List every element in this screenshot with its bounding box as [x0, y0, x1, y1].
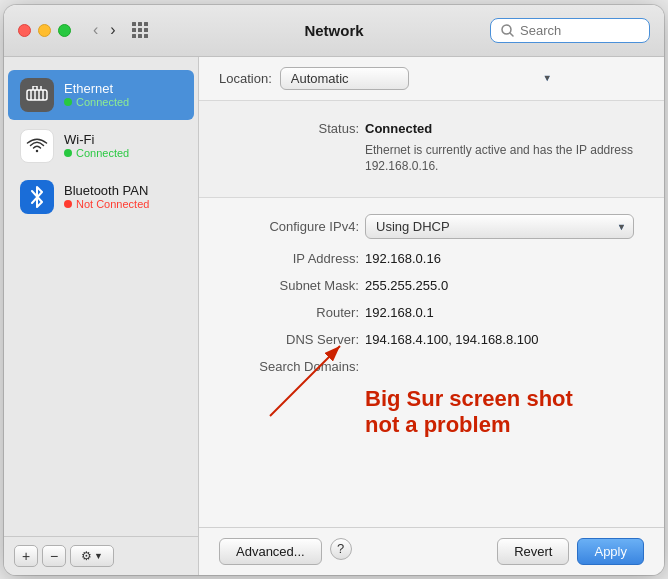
wifi-icon: [20, 129, 54, 163]
ethernet-status-dot: [64, 98, 72, 106]
search-domains-row: Search Domains:: [229, 359, 634, 374]
app-grid-icon[interactable]: [132, 22, 148, 38]
config-section: Configure IPv4: Using DHCP Manually Off …: [199, 198, 664, 526]
bluetooth-status: Not Connected: [64, 198, 149, 210]
add-network-button[interactable]: +: [14, 545, 38, 567]
back-arrow[interactable]: ‹: [89, 19, 102, 41]
window-title: Network: [304, 22, 363, 39]
configure-ipv4-row: Configure IPv4: Using DHCP Manually Off …: [229, 214, 634, 239]
dns-row: DNS Server: 194.168.4.100, 194.168.8.100: [229, 332, 634, 347]
search-input[interactable]: [520, 23, 639, 38]
close-button[interactable]: [18, 24, 31, 37]
advanced-button[interactable]: Advanced...: [219, 538, 322, 565]
router-value: 192.168.0.1: [365, 305, 434, 320]
svg-line-1: [510, 33, 513, 36]
svg-rect-2: [27, 90, 47, 100]
search-domains-label: Search Domains:: [229, 359, 359, 374]
bottom-bar: Advanced... ? Revert Apply: [199, 527, 664, 575]
help-button[interactable]: ?: [330, 538, 352, 560]
configure-ipv4-select[interactable]: Using DHCP Manually Off: [365, 214, 634, 239]
ip-label: IP Address:: [229, 251, 359, 266]
titlebar: ‹ › Network: [4, 5, 664, 57]
wifi-status: Connected: [64, 147, 129, 159]
right-panel: Location: Automatic Edit Locations... ▼ …: [199, 57, 664, 575]
status-desc-row: Ethernet is currently active and has the…: [229, 142, 634, 176]
apply-button[interactable]: Apply: [577, 538, 644, 565]
status-label: Status:: [229, 121, 359, 136]
revert-button[interactable]: Revert: [497, 538, 569, 565]
gear-button[interactable]: ⚙ ▼: [70, 545, 114, 567]
location-select[interactable]: Automatic Edit Locations...: [280, 67, 409, 90]
bluetooth-status-dot: [64, 200, 72, 208]
dns-value: 194.168.4.100, 194.168.8.100: [365, 332, 539, 347]
router-row: Router: 192.168.0.1: [229, 305, 634, 320]
bottom-right: Revert Apply: [497, 538, 644, 565]
ip-address-row: IP Address: 192.168.0.16: [229, 251, 634, 266]
subnet-mask-row: Subnet Mask: 255.255.255.0: [229, 278, 634, 293]
maximize-button[interactable]: [58, 24, 71, 37]
sidebar-item-ethernet[interactable]: Ethernet Connected: [8, 70, 194, 120]
nav-arrows: ‹ ›: [89, 19, 120, 41]
bluetooth-info: Bluetooth PAN Not Connected: [64, 183, 149, 210]
subnet-label: Subnet Mask:: [229, 278, 359, 293]
search-icon: [501, 24, 514, 37]
forward-arrow[interactable]: ›: [106, 19, 119, 41]
ethernet-status: Connected: [64, 96, 129, 108]
minimize-button[interactable]: [38, 24, 51, 37]
detail-wrapper: Status: Connected Ethernet is currently …: [199, 101, 664, 575]
ethernet-name: Ethernet: [64, 81, 129, 96]
ethernet-info: Ethernet Connected: [64, 81, 129, 108]
status-row: Status: Connected: [229, 121, 634, 136]
wifi-name: Wi-Fi: [64, 132, 129, 147]
svg-line-13: [270, 346, 340, 416]
annotation-text: Big Sur screen shot not a problem: [365, 386, 634, 439]
sidebar-item-bluetooth[interactable]: Bluetooth PAN Not Connected: [8, 172, 194, 222]
ethernet-icon: [20, 78, 54, 112]
wifi-info: Wi-Fi Connected: [64, 132, 129, 159]
sidebar: Ethernet Connected: [4, 57, 199, 575]
dns-label: DNS Server:: [229, 332, 359, 347]
status-section: Status: Connected Ethernet is currently …: [199, 101, 664, 199]
bottom-left: Advanced... ?: [219, 538, 352, 565]
network-preferences-window: ‹ › Network: [4, 5, 664, 575]
router-label: Router:: [229, 305, 359, 320]
sidebar-item-wifi[interactable]: Wi-Fi Connected: [8, 121, 194, 171]
location-label: Location:: [219, 71, 272, 86]
ip-value: 192.168.0.16: [365, 251, 441, 266]
location-select-wrapper: Automatic Edit Locations... ▼: [280, 67, 560, 90]
subnet-value: 255.255.255.0: [365, 278, 448, 293]
sidebar-footer: + − ⚙ ▼: [4, 536, 198, 575]
configure-label: Configure IPv4:: [229, 219, 359, 234]
traffic-lights: [18, 24, 71, 37]
configure-select-wrapper: Using DHCP Manually Off ▼: [365, 214, 634, 239]
main-body: Ethernet Connected: [4, 57, 664, 575]
search-box[interactable]: [490, 18, 650, 43]
remove-network-button[interactable]: −: [42, 545, 66, 567]
bluetooth-name: Bluetooth PAN: [64, 183, 149, 198]
network-list: Ethernet Connected: [4, 65, 198, 536]
location-bar: Location: Automatic Edit Locations... ▼: [199, 57, 664, 101]
wifi-status-dot: [64, 149, 72, 157]
annotation-area: Big Sur screen shot not a problem: [365, 386, 634, 439]
status-description: Ethernet is currently active and has the…: [365, 142, 634, 176]
bluetooth-icon: [20, 180, 54, 214]
status-value: Connected: [365, 121, 432, 136]
